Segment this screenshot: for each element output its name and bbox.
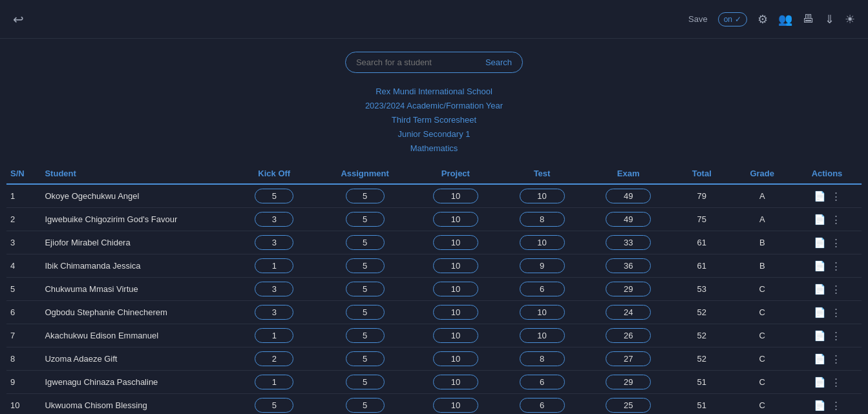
cell-kickoff bbox=[231, 231, 317, 254]
kickoff-input[interactable] bbox=[255, 282, 293, 296]
col-exam: Exam bbox=[585, 163, 672, 184]
search-input[interactable] bbox=[346, 52, 475, 72]
assignment-input[interactable] bbox=[346, 258, 385, 273]
toggle-on-button[interactable]: on ✓ bbox=[718, 12, 747, 26]
cell-assignment bbox=[317, 231, 412, 254]
kickoff-input[interactable] bbox=[255, 258, 293, 273]
doc-icon[interactable]: 📄 bbox=[814, 284, 826, 295]
more-options-icon[interactable]: ⋮ bbox=[831, 214, 841, 225]
project-input[interactable] bbox=[433, 375, 478, 389]
back-button[interactable]: ↩ bbox=[13, 12, 24, 27]
settings-icon[interactable]: ⚙ bbox=[757, 12, 768, 26]
theme-icon[interactable]: ☀ bbox=[845, 12, 855, 26]
academic-year: 2023/2024 Academic/Formation Year bbox=[0, 99, 868, 113]
project-input[interactable] bbox=[433, 212, 478, 227]
doc-icon[interactable]: 📄 bbox=[814, 237, 826, 249]
test-input[interactable] bbox=[520, 189, 565, 203]
cell-sn: 1 bbox=[6, 184, 41, 208]
test-input[interactable] bbox=[520, 351, 565, 366]
exam-input[interactable] bbox=[606, 375, 651, 389]
kickoff-input[interactable] bbox=[255, 189, 293, 203]
project-input[interactable] bbox=[433, 282, 478, 296]
assignment-input[interactable] bbox=[346, 328, 385, 343]
exam-input[interactable] bbox=[606, 212, 651, 227]
test-input[interactable] bbox=[520, 305, 565, 320]
kickoff-input[interactable] bbox=[255, 398, 293, 413]
cell-test bbox=[499, 231, 586, 254]
more-options-icon[interactable]: ⋮ bbox=[831, 260, 841, 272]
kickoff-input[interactable] bbox=[255, 305, 293, 320]
cell-exam bbox=[585, 301, 672, 324]
cell-sn: 8 bbox=[6, 347, 41, 371]
kickoff-input[interactable] bbox=[255, 212, 293, 227]
doc-icon[interactable]: 📄 bbox=[814, 307, 826, 318]
exam-input[interactable] bbox=[606, 351, 651, 366]
more-options-icon[interactable]: ⋮ bbox=[831, 400, 841, 411]
search-button[interactable]: Search bbox=[475, 52, 522, 72]
test-input[interactable] bbox=[520, 328, 565, 343]
test-input[interactable] bbox=[520, 282, 565, 296]
test-input[interactable] bbox=[520, 398, 565, 413]
more-options-icon[interactable]: ⋮ bbox=[831, 330, 841, 342]
cell-total: 79 bbox=[672, 184, 732, 208]
cell-test bbox=[499, 371, 586, 394]
assignment-input[interactable] bbox=[346, 375, 385, 389]
group-icon[interactable]: 👥 bbox=[778, 12, 792, 26]
assignment-input[interactable] bbox=[346, 189, 385, 203]
more-options-icon[interactable]: ⋮ bbox=[831, 191, 841, 202]
print-icon[interactable]: 🖶 bbox=[803, 12, 814, 26]
exam-input[interactable] bbox=[606, 305, 651, 320]
project-input[interactable] bbox=[433, 398, 478, 413]
doc-icon[interactable]: 📄 bbox=[814, 191, 826, 202]
test-input[interactable] bbox=[520, 375, 565, 389]
project-input[interactable] bbox=[433, 258, 478, 273]
more-options-icon[interactable]: ⋮ bbox=[831, 284, 841, 295]
more-options-icon[interactable]: ⋮ bbox=[831, 377, 841, 388]
exam-input[interactable] bbox=[606, 235, 651, 250]
doc-icon[interactable]: 📄 bbox=[814, 377, 826, 388]
assignment-input[interactable] bbox=[346, 398, 385, 413]
exam-input[interactable] bbox=[606, 189, 651, 203]
cell-assignment bbox=[317, 324, 412, 347]
project-input[interactable] bbox=[433, 189, 478, 203]
assignment-input[interactable] bbox=[346, 282, 385, 296]
doc-icon[interactable]: 📄 bbox=[814, 400, 826, 411]
test-input[interactable] bbox=[520, 258, 565, 273]
kickoff-input[interactable] bbox=[255, 235, 293, 250]
project-input[interactable] bbox=[433, 305, 478, 320]
exam-input[interactable] bbox=[606, 328, 651, 343]
kickoff-input[interactable] bbox=[255, 351, 293, 366]
level-label: Junior Secondary 1 bbox=[0, 127, 868, 141]
assignment-input[interactable] bbox=[346, 212, 385, 227]
assignment-input[interactable] bbox=[346, 235, 385, 250]
score-table: S/N Student Kick Off Assignment Project … bbox=[6, 163, 862, 414]
cell-assignment bbox=[317, 184, 412, 208]
doc-icon[interactable]: 📄 bbox=[814, 260, 826, 272]
more-options-icon[interactable]: ⋮ bbox=[831, 237, 841, 249]
exam-input[interactable] bbox=[606, 282, 651, 296]
cell-kickoff bbox=[231, 184, 317, 208]
more-options-icon[interactable]: ⋮ bbox=[831, 307, 841, 318]
table-row: 8 Uzoma Adaeze Gift 52 C 📄 ⋮ bbox=[6, 347, 862, 371]
test-input[interactable] bbox=[520, 235, 565, 250]
kickoff-input[interactable] bbox=[255, 328, 293, 343]
exam-input[interactable] bbox=[606, 258, 651, 273]
cell-sn: 7 bbox=[6, 324, 41, 347]
cell-exam bbox=[585, 208, 672, 231]
doc-icon[interactable]: 📄 bbox=[814, 214, 826, 225]
download-csv-icon[interactable]: ⇓ bbox=[825, 12, 834, 26]
assignment-input[interactable] bbox=[346, 351, 385, 366]
project-input[interactable] bbox=[433, 235, 478, 250]
assignment-input[interactable] bbox=[346, 305, 385, 320]
cell-grade: A bbox=[732, 208, 792, 231]
project-input[interactable] bbox=[433, 351, 478, 366]
kickoff-input[interactable] bbox=[255, 375, 293, 389]
doc-icon[interactable]: 📄 bbox=[814, 330, 826, 342]
project-input[interactable] bbox=[433, 328, 478, 343]
doc-icon[interactable]: 📄 bbox=[814, 353, 826, 365]
cell-project bbox=[412, 278, 499, 301]
test-input[interactable] bbox=[520, 212, 565, 227]
more-options-icon[interactable]: ⋮ bbox=[831, 353, 841, 365]
exam-input[interactable] bbox=[606, 398, 651, 413]
cell-actions: 📄 ⋮ bbox=[792, 278, 862, 301]
